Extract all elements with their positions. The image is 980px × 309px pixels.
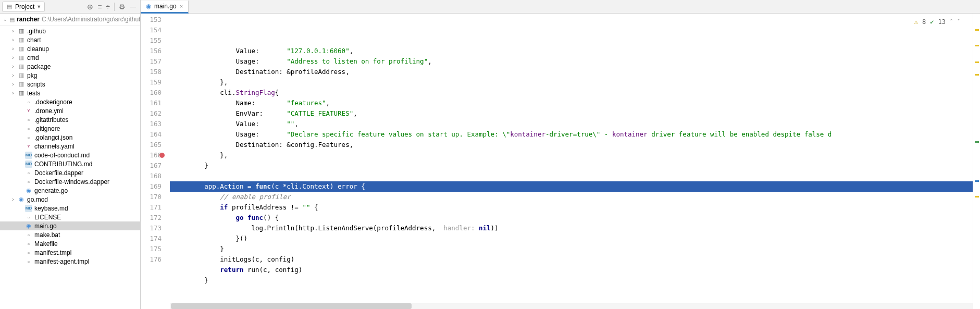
tree-node[interactable]: ◉main.go <box>0 221 140 230</box>
tree-node[interactable]: ▫.dockerignore <box>0 97 140 106</box>
line-number[interactable]: 168 <box>141 171 162 181</box>
tree-node[interactable]: ▫.golangci.json <box>0 133 140 142</box>
line-number[interactable]: 171 <box>141 202 162 213</box>
code-line[interactable]: log.Println(http.ListenAndServe(profileA… <box>170 223 973 233</box>
line-number[interactable]: 163 <box>141 119 162 129</box>
tree-node[interactable]: ▫Dockerfile.dapper <box>0 168 140 177</box>
inspection-status[interactable]: ⚠8 ✔13 ˄ ˅ <box>914 17 960 27</box>
code-line[interactable]: initLogs(c, config) <box>170 254 973 265</box>
code-line[interactable]: go func() { <box>170 213 973 223</box>
code-line[interactable]: Value: "127.0.0.1:6060", <box>170 46 973 56</box>
tree-node[interactable]: ›▥scripts <box>0 80 140 89</box>
tree-node[interactable]: ▫manifest.tmpl <box>0 248 140 257</box>
tree-node[interactable]: ›▥pkg <box>0 71 140 80</box>
code-line[interactable]: if profileAddress != "" { <box>170 202 973 213</box>
chevron-right-icon[interactable]: › <box>10 64 16 69</box>
line-number[interactable]: 167 <box>141 160 162 171</box>
code-line[interactable]: EnvVar: "CATTLE_FEATURES", <box>170 108 973 119</box>
code-area[interactable]: ⚠8 ✔13 ˄ ˅ Value: "127.0.0.1:6060", Usag… <box>170 14 973 303</box>
code-line[interactable]: }, <box>170 150 973 160</box>
tree-node[interactable]: ›▥chart <box>0 35 140 44</box>
line-number[interactable]: 172 <box>141 213 162 223</box>
line-number[interactable]: 154 <box>141 25 162 35</box>
line-number[interactable]: 155 <box>141 35 162 46</box>
code-line[interactable]: Destination: &profileAddress, <box>170 67 973 77</box>
line-number[interactable]: 158 <box>141 67 162 77</box>
code-line[interactable]: } <box>170 275 973 286</box>
tree-node[interactable]: ›▥.github <box>0 27 140 35</box>
line-number[interactable]: 157 <box>141 56 162 67</box>
line-number[interactable]: 159 <box>141 77 162 88</box>
scrollbar-thumb[interactable] <box>171 303 412 309</box>
code-line[interactable]: cli.StringFlag{ <box>170 88 973 98</box>
code-line[interactable]: Value: "", <box>170 119 973 129</box>
tree-node[interactable]: ▫.gitattributes <box>0 115 140 124</box>
tree-node[interactable]: ›▥cmd <box>0 53 140 62</box>
chevron-right-icon[interactable]: › <box>10 196 16 202</box>
line-number[interactable]: 162 <box>141 108 162 119</box>
tree-node[interactable]: MDcode-of-conduct.md <box>0 151 140 159</box>
gear-icon[interactable]: ⚙ <box>119 3 126 11</box>
code-line[interactable]: Usage: "Declare specific feature values … <box>170 129 973 140</box>
line-number[interactable]: 153 <box>141 15 162 25</box>
line-number[interactable]: 174 <box>141 233 162 244</box>
tab-main-go[interactable]: ◉ main.go × <box>141 1 189 14</box>
line-number[interactable]: 164 <box>141 129 162 140</box>
code-line[interactable]: Destination: &config.Features, <box>170 140 973 150</box>
tree-node[interactable]: ▫.gitignore <box>0 124 140 133</box>
tree-node[interactable]: Ychannels.yaml <box>0 142 140 151</box>
tree-node[interactable]: ›▥package <box>0 62 140 71</box>
line-number[interactable]: 170 <box>141 192 162 202</box>
gutter[interactable]: 1531541551561571581591601611621631641651… <box>141 14 170 309</box>
code-line[interactable]: app.Action = func(c *cli.Context) error … <box>170 181 973 192</box>
code-line[interactable]: return run(c, config) <box>170 265 973 275</box>
code-line[interactable]: }, <box>170 77 973 88</box>
line-number[interactable]: 166 <box>141 150 162 160</box>
code-editor[interactable]: 1531541551561571581591601611621631641651… <box>141 14 980 309</box>
horizontal-scrollbar[interactable] <box>170 303 973 309</box>
code-line[interactable]: }() <box>170 233 973 244</box>
line-number[interactable]: 156 <box>141 46 162 56</box>
line-number[interactable]: 175 <box>141 244 162 254</box>
tree-node[interactable]: MDCONTRIBUTING.md <box>0 159 140 168</box>
tree-node[interactable]: Y.drone.yml <box>0 106 140 115</box>
tree-node[interactable]: ›◉go.mod <box>0 195 140 204</box>
error-stripe[interactable] <box>973 14 980 309</box>
file-tree[interactable]: ›▥.github›▥chart›▥cleanup›▥cmd›▥package›… <box>0 26 140 309</box>
code-line[interactable]: // enable profiler <box>170 192 973 202</box>
line-number[interactable]: 161 <box>141 98 162 108</box>
chevron-right-icon[interactable]: › <box>10 28 16 34</box>
expand-icon[interactable]: ≡ <box>97 3 102 11</box>
line-number[interactable]: 169 <box>141 181 162 192</box>
line-number[interactable]: 160 <box>141 88 162 98</box>
tree-node[interactable]: ▫Dockerfile-windows.dapper <box>0 177 140 186</box>
code-line[interactable] <box>170 171 973 181</box>
tree-node[interactable]: ▫manifest-agent.tmpl <box>0 257 140 266</box>
tree-node[interactable]: ›▥tests <box>0 89 140 97</box>
code-line[interactable]: } <box>170 160 973 171</box>
chevron-up-icon[interactable]: ˄ <box>950 17 953 27</box>
chevron-right-icon[interactable]: › <box>10 81 16 87</box>
chevron-right-icon[interactable]: › <box>10 72 16 78</box>
code-line[interactable]: } <box>170 244 973 254</box>
target-icon[interactable]: ⊕ <box>87 3 93 11</box>
line-number[interactable]: 176 <box>141 254 162 265</box>
close-icon[interactable]: × <box>180 3 183 9</box>
tree-node[interactable]: ›▥cleanup <box>0 44 140 53</box>
code-line[interactable]: Name: "features", <box>170 98 973 108</box>
project-dropdown[interactable]: ▤ Project ▼ <box>2 2 45 12</box>
chevron-right-icon[interactable]: › <box>10 46 16 52</box>
tree-node[interactable]: ▫make.bat <box>0 230 140 239</box>
tree-node[interactable]: ▫Makefile <box>0 239 140 248</box>
breakpoint-icon[interactable] <box>159 153 165 158</box>
code-line[interactable]: Usage: "Address to listen on for profili… <box>170 56 973 67</box>
chevron-right-icon[interactable]: › <box>10 37 16 43</box>
breadcrumb[interactable]: ⌄ ▤ rancher C:\Users\Administrator\go\sr… <box>0 14 140 26</box>
line-number[interactable]: 165 <box>141 140 162 150</box>
line-number[interactable]: 173 <box>141 223 162 233</box>
tree-node[interactable]: ◉generate.go <box>0 186 140 195</box>
code-line[interactable] <box>170 286 973 296</box>
chevron-right-icon[interactable]: › <box>10 90 16 96</box>
tree-node[interactable]: MDkeybase.md <box>0 204 140 213</box>
chevron-right-icon[interactable]: › <box>10 55 16 60</box>
